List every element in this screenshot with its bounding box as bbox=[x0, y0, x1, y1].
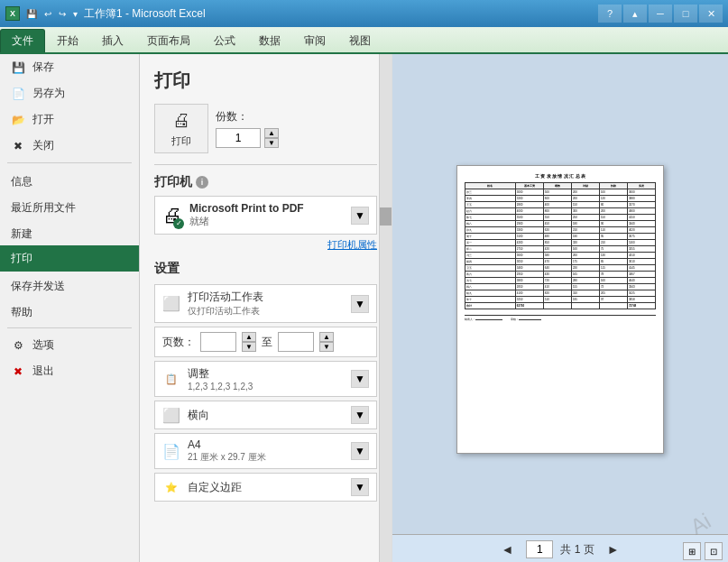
orientation-dropdown-btn[interactable]: ▼ bbox=[351, 406, 369, 424]
pages-from-down[interactable]: ▼ bbox=[242, 342, 256, 352]
ribbon-tabs: 文件 开始 插入 页面布局 公式 数据 审阅 视图 bbox=[0, 27, 728, 52]
pages-from-input[interactable] bbox=[200, 332, 236, 352]
paper-size-icon: 📄 bbox=[162, 443, 180, 460]
sidebar-item-new[interactable]: 新建 bbox=[0, 219, 139, 245]
restore-btn[interactable]: □ bbox=[674, 5, 697, 23]
preview-content: 工 资 发 放 情 况 汇 总 表 姓名 基本工资 绩效 补贴 扣款 实发 bbox=[457, 166, 663, 453]
printer-row: 🖨 ✓ Microsoft Print to PDF 就绪 ▼ bbox=[154, 196, 377, 235]
pages-to-input[interactable] bbox=[278, 332, 314, 352]
printer-icon-container: 🖨 ✓ bbox=[162, 204, 182, 227]
settings-section-title: 设置 bbox=[154, 261, 377, 277]
sidebar-divider-1 bbox=[7, 162, 132, 163]
sidebar-item-save-send[interactable]: 保存并发送 bbox=[0, 272, 139, 298]
save-icon: 💾 bbox=[11, 60, 25, 75]
copies-up-btn[interactable]: ▲ bbox=[264, 128, 279, 138]
pages-to-spinner: ▲ ▼ bbox=[319, 332, 334, 352]
tab-view[interactable]: 视图 bbox=[337, 29, 382, 52]
pages-to-down[interactable]: ▼ bbox=[319, 342, 334, 352]
qa-redo-btn[interactable]: ↪ bbox=[56, 7, 69, 21]
sidebar-divider-2 bbox=[7, 327, 132, 328]
tab-formula[interactable]: 公式 bbox=[202, 29, 247, 52]
printer-info: Microsoft Print to PDF 就绪 bbox=[189, 202, 304, 228]
setting-margins[interactable]: ⭐ 自定义边距 ▼ bbox=[154, 473, 377, 502]
setting-orientation-text: 横向 bbox=[188, 408, 351, 423]
paper-size-dropdown-btn[interactable]: ▼ bbox=[351, 442, 369, 460]
pages-row: 页数： ▲ ▼ 至 ▲ ▼ bbox=[154, 327, 377, 357]
copies-input[interactable] bbox=[216, 128, 261, 148]
printer-info-icon[interactable]: i bbox=[196, 176, 208, 189]
ribbon-toggle-btn[interactable]: ▴ bbox=[623, 5, 647, 23]
pages-label: 页数： bbox=[162, 335, 195, 350]
sidebar-item-options[interactable]: ⚙ 选项 bbox=[0, 332, 139, 358]
setting-margins-text: 自定义边距 bbox=[188, 480, 351, 495]
quick-access-toolbar: 💾 ↩ ↪ ▾ bbox=[23, 7, 80, 21]
print-divider-1 bbox=[154, 164, 377, 165]
margins-icon: ⭐ bbox=[162, 482, 180, 493]
next-page-btn[interactable]: ► bbox=[602, 540, 625, 558]
help-btn[interactable]: ? bbox=[598, 5, 622, 23]
copies-spinner: ▲ ▼ bbox=[264, 128, 279, 148]
close-btn[interactable]: ✕ bbox=[699, 5, 723, 23]
print-button[interactable]: 🖨 打印 bbox=[154, 104, 208, 153]
collate-dropdown-btn[interactable]: ▼ bbox=[351, 370, 369, 388]
worksheet-icon: ⬜ bbox=[162, 295, 180, 312]
qa-dropdown-btn[interactable]: ▾ bbox=[70, 7, 80, 21]
scrollbar-thumb[interactable] bbox=[380, 207, 392, 226]
sidebar-item-recent[interactable]: 最近所用文件 bbox=[0, 193, 139, 219]
setting-print-worksheet[interactable]: ⬜ 打印活动工作表 仅打印活动工作表 ▼ bbox=[154, 284, 377, 323]
worksheet-dropdown-btn[interactable]: ▼ bbox=[351, 295, 369, 313]
setting-orientation[interactable]: ⬜ 横向 ▼ bbox=[154, 401, 377, 429]
minimize-btn[interactable]: ─ bbox=[649, 5, 672, 23]
tab-data[interactable]: 数据 bbox=[247, 29, 292, 52]
preview-table: 姓名 基本工资 绩效 补贴 扣款 实发 张三30005002001003600 … bbox=[465, 182, 656, 309]
qa-save-btn[interactable]: 💾 bbox=[23, 7, 40, 21]
preview-table-title: 工 资 发 放 情 况 汇 总 表 bbox=[465, 173, 656, 179]
sidebar-item-info[interactable]: 信息 bbox=[0, 167, 139, 193]
sidebar-item-open[interactable]: 📂 打开 bbox=[0, 106, 139, 133]
sidebar-item-save[interactable]: 💾 保存 bbox=[0, 54, 139, 80]
prev-page-btn[interactable]: ◄ bbox=[495, 540, 519, 558]
printer-check-badge: ✓ bbox=[173, 218, 184, 229]
panel-scrollbar[interactable] bbox=[379, 54, 392, 562]
copies-section: 份数： ▲ ▼ bbox=[216, 109, 279, 148]
title-text: 工作簿1 - Microsoft Excel bbox=[84, 6, 206, 22]
window-controls: ? ▴ ─ □ ✕ bbox=[598, 5, 723, 23]
setting-collate-text: 调整 1,2,3 1,2,3 1,2,3 bbox=[188, 366, 351, 392]
tab-page-layout[interactable]: 页面布局 bbox=[135, 29, 202, 52]
collate-icon: 📋 bbox=[162, 373, 180, 385]
orientation-icon: ⬜ bbox=[162, 407, 180, 424]
current-page-input[interactable] bbox=[526, 540, 553, 558]
setting-collate[interactable]: 📋 调整 1,2,3 1,2,3 1,2,3 ▼ bbox=[154, 361, 377, 397]
tab-home[interactable]: 开始 bbox=[45, 29, 90, 52]
print-title: 打印 bbox=[154, 69, 377, 93]
fit-icon[interactable]: ⊡ bbox=[705, 542, 723, 560]
tab-file[interactable]: 文件 bbox=[0, 29, 45, 52]
sidebar-item-print[interactable]: 打印 bbox=[0, 245, 139, 272]
setting-paper-size[interactable]: 📄 A4 21 厘米 x 29.7 厘米 ▼ bbox=[154, 433, 377, 469]
printer-dropdown-btn[interactable]: ▼ bbox=[351, 207, 369, 225]
tab-review[interactable]: 审阅 bbox=[292, 29, 337, 52]
sidebar: 💾 保存 📄 另存为 📂 打开 ✖ 关闭 信息 最近所用文件 新建 打印 保存并 bbox=[0, 54, 140, 562]
printer-name: Microsoft Print to PDF bbox=[189, 202, 304, 215]
qa-undo-btn[interactable]: ↩ bbox=[41, 7, 54, 21]
pages-from-up[interactable]: ▲ bbox=[242, 332, 256, 342]
printer-props-link[interactable]: 打印机属性 bbox=[154, 238, 377, 252]
copies-input-row: ▲ ▼ bbox=[216, 128, 279, 148]
ribbon: 文件 开始 插入 页面布局 公式 数据 审阅 视图 bbox=[0, 27, 728, 54]
main-layout: 💾 保存 📄 另存为 📂 打开 ✖ 关闭 信息 最近所用文件 新建 打印 保存并 bbox=[0, 54, 728, 562]
pages-to-up[interactable]: ▲ bbox=[319, 332, 334, 342]
sidebar-item-save-as[interactable]: 📄 另存为 bbox=[0, 80, 139, 106]
tab-insert[interactable]: 插入 bbox=[90, 29, 135, 52]
print-action-row: 🖨 打印 份数： ▲ ▼ bbox=[154, 104, 377, 153]
margins-dropdown-btn[interactable]: ▼ bbox=[351, 478, 369, 496]
bottom-right-icons: ⊞ ⊡ bbox=[683, 542, 723, 560]
page-total: 共 1 页 bbox=[560, 542, 594, 557]
sidebar-item-close[interactable]: ✖ 关闭 bbox=[0, 133, 139, 159]
printer-section-title: 打印机 i bbox=[154, 174, 377, 190]
sidebar-item-help[interactable]: 帮助 bbox=[0, 298, 139, 324]
copies-down-btn[interactable]: ▼ bbox=[264, 138, 279, 148]
sidebar-item-exit[interactable]: ✖ 退出 bbox=[0, 358, 139, 384]
zoom-icon[interactable]: ⊞ bbox=[683, 542, 701, 560]
printer-icon: 🖨 bbox=[172, 110, 190, 131]
open-icon: 📂 bbox=[11, 113, 25, 127]
